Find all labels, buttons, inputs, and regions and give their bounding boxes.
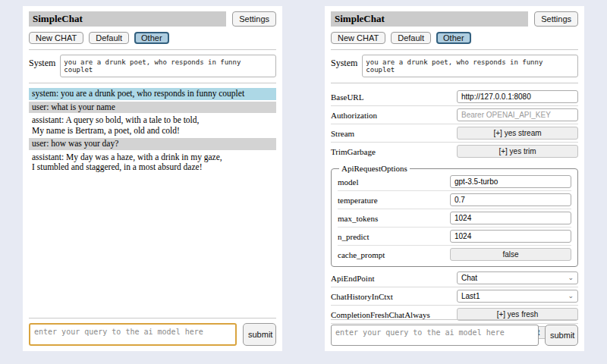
api-endpoint-select[interactable]: Chat ⌄ bbox=[457, 271, 578, 284]
chevron-down-icon: ⌄ bbox=[568, 275, 574, 281]
chat-message-user: user: what is your name bbox=[29, 102, 276, 114]
session-tab-other[interactable]: Other bbox=[134, 32, 169, 44]
query-input[interactable] bbox=[331, 325, 539, 346]
system-prompt-input[interactable]: you are a drunk poet, who responds in fu… bbox=[362, 55, 578, 77]
divider bbox=[29, 49, 276, 50]
max-tokens-label: max_tokens bbox=[338, 214, 378, 223]
system-prompt-input[interactable]: you are a drunk poet, who responds in fu… bbox=[60, 55, 276, 77]
header: SimpleChat Settings bbox=[331, 11, 578, 27]
model-label: model bbox=[338, 177, 359, 187]
settings-button[interactable]: Settings bbox=[232, 11, 276, 27]
api-endpoint-label: ApiEndPoint bbox=[331, 274, 374, 283]
setting-row-stream: Stream [+] yes stream bbox=[331, 124, 578, 143]
settings-form: BaseURL Authorization Stream [+] yes str… bbox=[331, 88, 578, 341]
setting-row-max-tokens: max_tokens bbox=[338, 209, 571, 228]
n-predict-label: n_predict bbox=[338, 232, 370, 241]
session-tab-other[interactable]: Other bbox=[436, 32, 471, 44]
model-input[interactable] bbox=[450, 175, 571, 188]
system-prompt-row: System you are a drunk poet, who respond… bbox=[29, 55, 276, 77]
temperature-input[interactable] bbox=[450, 193, 571, 206]
setting-row-baseurl: BaseURL bbox=[331, 88, 578, 106]
trimgarbage-label: TrimGarbage bbox=[331, 147, 376, 156]
chat-message-list: system: you are a drunk poet, who respon… bbox=[29, 88, 276, 174]
app-title: SimpleChat bbox=[29, 11, 226, 27]
setting-row-temperature: temperature bbox=[338, 191, 571, 209]
max-tokens-input[interactable] bbox=[450, 212, 571, 224]
system-label: System bbox=[29, 55, 55, 69]
divider bbox=[331, 319, 578, 320]
app-title: SimpleChat bbox=[331, 11, 528, 27]
chevron-down-icon: ⌄ bbox=[568, 293, 574, 300]
setting-row-model: model bbox=[338, 173, 571, 191]
chat-message-system: system: you are a drunk poet, who respon… bbox=[29, 88, 276, 100]
system-prompt-row: System you are a drunk poet, who respond… bbox=[331, 55, 578, 77]
setting-row-chat-history-in-ctxt: ChatHistoryInCtxt Last1 ⌄ bbox=[331, 287, 578, 306]
chat-history-selected-value: Last1 bbox=[461, 292, 480, 300]
setting-row-authorization: Authorization bbox=[331, 106, 578, 124]
submit-button[interactable]: submit bbox=[243, 323, 276, 346]
api-request-options-legend: ApiRequestOptions bbox=[339, 164, 410, 173]
chat-panel: SimpleChat Settings New CHAT Default Oth… bbox=[23, 6, 282, 351]
settings-button[interactable]: Settings bbox=[534, 11, 578, 27]
chat-message-assistant: assistant: A query so bold, with a tale … bbox=[29, 115, 276, 136]
setting-row-n-predict: n_predict bbox=[338, 228, 571, 246]
setting-row-api-endpoint: ApiEndPoint Chat ⌄ bbox=[331, 269, 578, 287]
chat-history-in-ctxt-label: ChatHistoryInCtxt bbox=[331, 292, 393, 301]
stream-label: Stream bbox=[331, 129, 354, 138]
cache-prompt-label: cache_prompt bbox=[338, 250, 385, 259]
temperature-label: temperature bbox=[338, 196, 378, 205]
api-endpoint-selected-value: Chat bbox=[461, 274, 477, 282]
api-request-options-fieldset: ApiRequestOptions model temperature max_… bbox=[331, 164, 578, 267]
session-tab-default[interactable]: Default bbox=[89, 32, 129, 44]
chat-message-assistant: assistant: My day was a haze, with a dri… bbox=[29, 152, 276, 174]
session-tab-default[interactable]: Default bbox=[391, 32, 431, 44]
n-predict-input[interactable] bbox=[450, 230, 571, 243]
session-toolbar: New CHAT Default Other bbox=[331, 32, 578, 44]
settings-panel: SimpleChat Settings New CHAT Default Oth… bbox=[325, 6, 584, 351]
divider bbox=[29, 318, 276, 318]
new-chat-button[interactable]: New CHAT bbox=[331, 32, 385, 44]
divider bbox=[29, 83, 276, 83]
completion-fresh-label: CompletionFreshChatAlways bbox=[331, 310, 430, 319]
session-toolbar: New CHAT Default Other bbox=[29, 32, 276, 44]
authorization-input[interactable] bbox=[457, 108, 578, 121]
chat-message-user: user: how was your day? bbox=[29, 138, 276, 150]
system-label: System bbox=[331, 55, 357, 69]
setting-row-trimgarbage: TrimGarbage [+] yes trim bbox=[331, 143, 578, 160]
submit-button[interactable]: submit bbox=[545, 325, 578, 346]
divider bbox=[331, 83, 578, 83]
cache-prompt-toggle-button[interactable]: false bbox=[450, 248, 571, 261]
divider bbox=[331, 49, 578, 50]
new-chat-button[interactable]: New CHAT bbox=[29, 32, 83, 44]
trimgarbage-toggle-button[interactable]: [+] yes trim bbox=[457, 145, 578, 158]
authorization-label: Authorization bbox=[331, 111, 377, 120]
setting-row-cache-prompt: cache_prompt false bbox=[338, 246, 571, 263]
stream-toggle-button[interactable]: [+] yes stream bbox=[457, 127, 578, 140]
query-row: submit bbox=[29, 318, 276, 346]
baseurl-label: BaseURL bbox=[331, 93, 363, 102]
header: SimpleChat Settings bbox=[29, 11, 276, 27]
baseurl-input[interactable] bbox=[457, 90, 578, 103]
query-row: submit bbox=[331, 319, 578, 346]
query-input[interactable] bbox=[29, 323, 237, 346]
chat-history-in-ctxt-select[interactable]: Last1 ⌄ bbox=[457, 290, 578, 303]
